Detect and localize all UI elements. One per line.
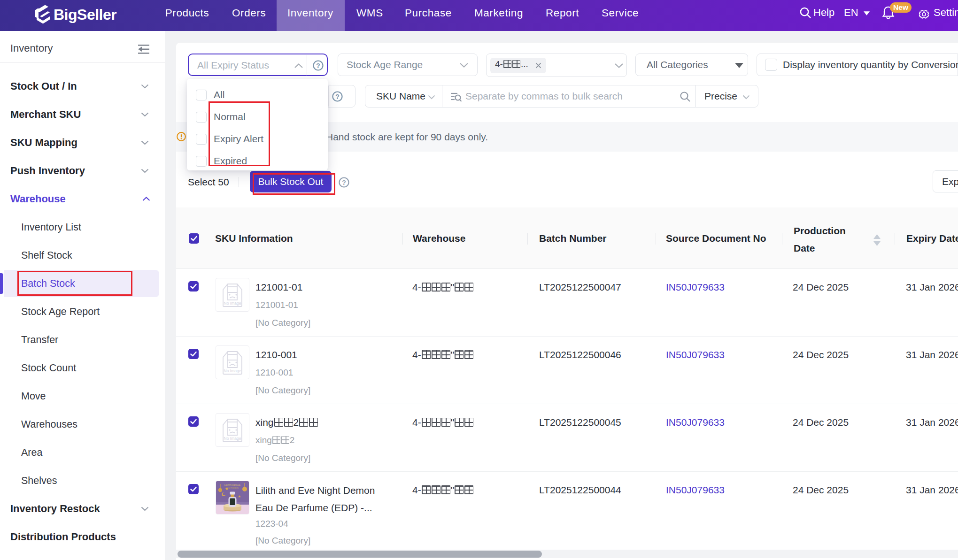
svg-text:No Image: No Image (224, 301, 241, 306)
svg-text:No Image: No Image (224, 436, 241, 441)
svg-text:?: ? (316, 62, 320, 69)
svg-text:NIGHT DEMON: NIGHT DEMON (227, 487, 239, 489)
svg-text:?: ? (342, 179, 346, 186)
svg-text:No Image: No Image (224, 368, 241, 373)
svg-text:LILITH AND EVE: LILITH AND EVE (224, 484, 240, 486)
svg-text:?: ? (335, 93, 340, 100)
